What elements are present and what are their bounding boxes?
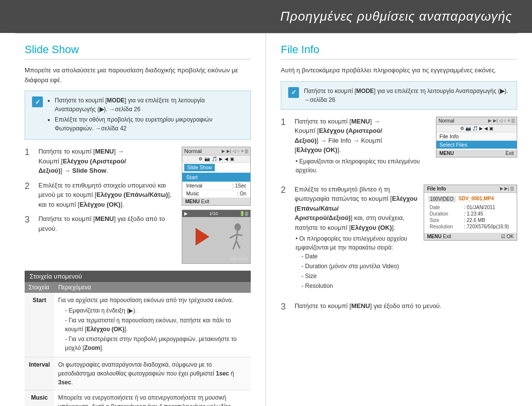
- play-arrow-icon: [196, 228, 209, 246]
- fi-row: Resolution : 720X576/50p(16:9): [428, 223, 513, 230]
- camera-ui-fileinfo: Normal ▶ ▶| ◁ ○ ≡ ||| ⚙📷🎵▶◀▣ File Info S…: [436, 117, 517, 157]
- photo-preview: ▶ 1/10 🔋||| 100-000: [182, 210, 251, 264]
- row-label-interval: Interval: [25, 357, 54, 390]
- cam-menu-row: Slide Show: [182, 163, 250, 173]
- svg-line-4: [230, 234, 236, 238]
- fi-filename: SDV_0001.MP4: [459, 196, 494, 202]
- fi-box-body: 100VIDEO SDV_0001.MP4 Date : 01/JAN/2011…: [424, 193, 517, 233]
- note-bullet-1: Πατήστε το κουμπί [MODE] για να επιλέξετ…: [55, 96, 243, 114]
- note-content-right: Πατήστε το κουμπί [MODE] για να επιλέξετ…: [304, 87, 510, 104]
- step-1: 1 Πατήστε το κουμπί [MENU] → Κουμπί [Ελέ…: [25, 147, 177, 176]
- fi-size-value: : 22.6 MB: [463, 217, 513, 223]
- right-step-3: 3 Πατήστε το κουμπί [MENU] για έξοδο από…: [281, 301, 517, 312]
- cam-header: Normal ▶ ▶| ◁ ○ ≡ |||: [182, 147, 250, 156]
- fi-row: Date : 01/JAN/2011: [428, 204, 513, 211]
- slide-show-note-box: ✓ Πατήστε το κουμπί [MODE] για να επιλέξ…: [25, 91, 251, 140]
- cam-menu-slideshow: Slide Show: [184, 164, 215, 171]
- slide-show-intro: Μπορείτε να απολαύσετε μια παρουσίαση δι…: [25, 65, 251, 85]
- submenu-table: Στοιχεία Περιεχόμενα Start Για να αρχίσε…: [25, 282, 251, 406]
- svg-line-2: [233, 241, 236, 250]
- fi-folder: 100VIDEO: [428, 196, 456, 202]
- cam-submenu-music: Music: On: [182, 190, 250, 198]
- cam-fi-header: Normal ▶ ▶| ◁ ○ ≡ |||: [436, 117, 517, 125]
- left-column: Slide Show Μπορείτε να απολαύσετε μια πα…: [0, 33, 266, 406]
- step-1-number: 1: [25, 147, 35, 158]
- row-label-music: Music: [25, 390, 54, 406]
- right-step-2-text: Επιλέξτε το επιθυμητό βίντεο ή τη φωτογρ…: [295, 185, 419, 292]
- step-3-text: Πατήστε το κουμπί [MENU] για έξοδο από τ…: [38, 214, 177, 233]
- cam-footer: MENU Exit: [182, 198, 250, 205]
- row-label-start: Start: [25, 293, 54, 357]
- table-title: Στοιχεία υπομενού: [25, 271, 251, 282]
- fi-row: Size : 22.6 MB: [428, 217, 513, 223]
- table-row: Start Για να αρχίσετε μια παρουσίαση εικ…: [25, 293, 251, 357]
- note-bullet-2: Επιλέξτε την οθόνη προβολής του ευρετηρί…: [55, 115, 243, 133]
- cam-submenu: Start Interval: 1Sec Music: On: [182, 173, 250, 198]
- table-row: Music Μπορείτε να ενεργοποιήσετε ή να απ…: [25, 390, 251, 406]
- right-step-2-sub: • Οι πληροφορίες του επιλεγμένου αρχείου…: [295, 234, 419, 290]
- col-header-items: Στοιχεία: [25, 282, 54, 293]
- step-3-number: 3: [25, 214, 35, 225]
- step-2-text: Επιλέξτε το επιθυμητό στοιχείο υπομενού …: [38, 181, 177, 210]
- right-column: File Info Αυτή η βιντεοκάμερα προβάλλει …: [266, 33, 532, 406]
- fi-row: Duration : 1:23:45: [428, 211, 513, 217]
- table-header-row: Στοιχεία Περιεχόμενα: [25, 282, 251, 293]
- svg-point-0: [234, 223, 241, 231]
- cam-icons: ▶ ▶| ◁ ○ ≡ |||: [222, 149, 248, 154]
- fi-resolution-label: Resolution: [428, 223, 463, 230]
- table-row: Interval Οι φωτογραφίες αναπαράγονται δι…: [25, 357, 251, 390]
- svg-line-3: [236, 241, 240, 249]
- file-info-note-box: ✓ Πατήστε το κουμπί [MODE] για να επιλέξ…: [281, 81, 517, 110]
- cam-submenu-start: Start: [182, 173, 250, 182]
- right-step-3-number: 3: [281, 301, 292, 312]
- right-step-1: 1 Πατήστε το κουμπί [MENU] → Κουμπί [Ελέ…: [281, 117, 431, 175]
- camera-ui-slideshow: Normal ▶ ▶| ◁ ○ ≡ ||| ⚙📷🎵▶◀▣ Slide Show …: [182, 147, 251, 206]
- right-step-1-text: Πατήστε το κουμπί [MENU] → Κουμπί [Ελέγχ…: [295, 117, 431, 175]
- cam-title: Normal: [184, 148, 201, 154]
- cam-icons-row: ⚙📷🎵▶◀▣: [182, 156, 250, 163]
- cam-submenu-interval: Interval: 1Sec: [182, 182, 250, 190]
- step-1-text: Πατήστε το κουμπί [MENU] → Κουμπί [Ελέγχ…: [38, 147, 177, 176]
- fi-date-value: : 01/JAN/2011: [463, 204, 513, 211]
- file-info-intro: Αυτή η βιντεοκάμερα προβάλλει πληροφορίε…: [281, 65, 517, 75]
- cam-fi-menu-label: File Info: [436, 132, 517, 141]
- fi-box-footer: MENU Exit ☑ OK: [424, 233, 517, 240]
- fi-resolution-value: : 720X576/50p(16:9): [463, 223, 513, 230]
- fi-filename-row: 100VIDEO SDV_0001.MP4: [428, 196, 513, 202]
- right-step-2: 2 Επιλέξτε το επιθυμητό βίντεο ή τη φωτο…: [281, 185, 419, 292]
- fi-duration-value: : 1:23:45: [463, 211, 513, 217]
- note-content: Πατήστε το κουμπί [MODE] για να επιλέξετ…: [48, 96, 243, 134]
- right-step-2-number: 2: [281, 185, 292, 196]
- note-icon: ✓: [32, 96, 43, 107]
- table-section: Στοιχεία υπομενού Στοιχεία Περιεχόμενα S…: [25, 271, 251, 406]
- col-header-content: Περιεχόμενα: [54, 282, 251, 293]
- page-header: Προηγμένες ρυθμίσεις αναπαραγωγής: [0, 0, 532, 33]
- slide-show-title: Slide Show: [25, 43, 251, 60]
- row-content-start: Για να αρχίσετε μια παρουσίαση εικόνων α…: [54, 293, 251, 357]
- row-content-interval: Οι φωτογραφίες αναπαράγονται διαδοχικά, …: [54, 357, 251, 390]
- fi-size-label: Size: [428, 217, 463, 223]
- right-step-1-sub: • Εμφανίζονται οι πληροφορίες του επιλεγ…: [295, 157, 431, 175]
- svg-line-1: [236, 231, 238, 241]
- cam-fi-icons: ⚙📷🎵▶◀▣: [436, 125, 517, 132]
- fi-box-header: File Info ▶ ▶| |||: [424, 185, 517, 193]
- step-2: 2 Επιλέξτε το επιθυμητό στοιχείο υπομενο…: [25, 181, 177, 210]
- photo-header: ▶ 1/10 🔋|||: [182, 210, 250, 217]
- right-step-3-text: Πατήστε το κουμπί [MENU] για έξοδο από τ…: [295, 301, 517, 311]
- right-step-1-number: 1: [281, 117, 292, 128]
- photo-number: 100-0001: [230, 256, 248, 261]
- row-content-music: Μπορείτε να ενεργοποιήσετε ή να απενεργο…: [54, 390, 251, 406]
- fi-date-label: Date: [428, 204, 463, 211]
- step-3: 3 Πατήστε το κουμπί [MENU] για έξοδο από…: [25, 214, 177, 233]
- page-title: Προηγμένες ρυθμίσεις αναπαραγωγής: [20, 9, 512, 24]
- step-2-number: 2: [25, 181, 35, 192]
- svg-line-5: [236, 234, 242, 235]
- fi-data-table: Date : 01/JAN/2011 Duration : 1:23:45 Si…: [428, 204, 513, 230]
- main-content: Slide Show Μπορείτε να απολαύσετε μια πα…: [0, 33, 532, 406]
- note-icon-right: ✓: [288, 87, 299, 98]
- fileinfo-detail-box: File Info ▶ ▶| ||| 100VIDEO SDV_0001.MP4…: [424, 185, 517, 241]
- cam-fi-selected: Select Files: [436, 141, 517, 149]
- fi-duration-label: Duration: [428, 211, 463, 217]
- cam-fi-footer: MENU Exit: [436, 150, 517, 157]
- file-info-title: File Info: [281, 43, 517, 60]
